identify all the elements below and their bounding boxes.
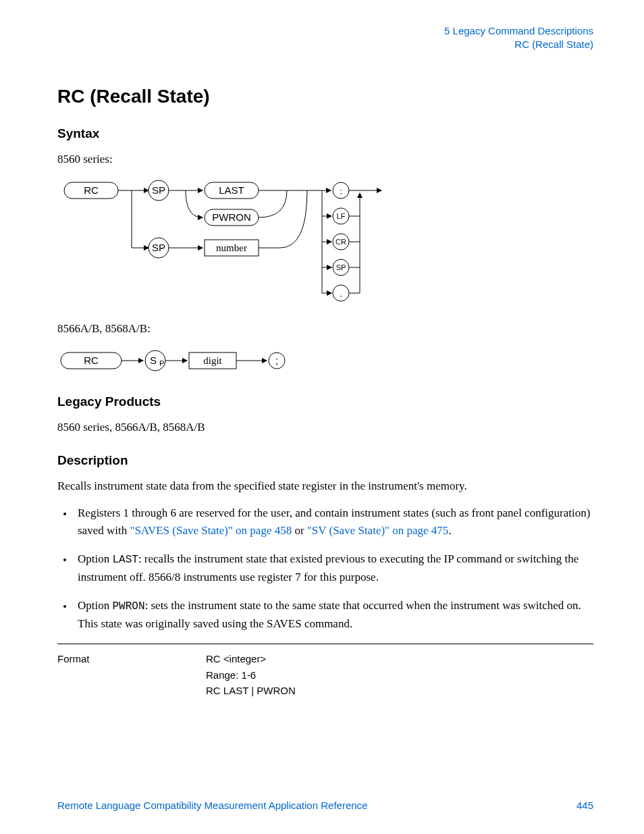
b3-a: Option [78,599,112,612]
format-value: RC <integer> Range: 1-6 RC LAST | PWRON [206,651,593,698]
d2-digit: digit [203,355,222,366]
syntax-diagram-8566: RC S P digit ; [57,347,593,377]
d2-sp: S [150,355,157,366]
d1-comma: , [340,290,342,298]
d2-rc: RC [84,355,99,366]
list-item: Option PWRON: sets the instrument state … [74,597,593,633]
format-row: Format RC <integer> Range: 1-6 RC LAST |… [57,651,593,698]
syntax-diagram-8560: RC SP LAST PWRON SP num [57,177,593,308]
b3-b: : sets the instrument state to the same … [78,599,581,630]
d1-rc: RC [84,184,99,196]
format-label: Format [57,651,206,698]
description-intro: Recalls instrument state data from the s… [57,477,593,495]
page-title: RC (Recall State) [57,86,593,107]
d1-lf: LF [337,212,346,220]
b2-b: : recalls the instrument state that exis… [78,552,579,583]
saves-link[interactable]: "SAVES (Save State)" on page 458 [130,524,292,537]
legacy-heading: Legacy Products [57,394,593,409]
d1-pwron: PWRON [212,211,251,223]
page-footer: Remote Language Compatibility Measuremen… [57,800,593,811]
sv-link[interactable]: "SV (Save State)" on page 475 [307,524,449,537]
b3-code: PWRON [112,600,144,613]
b1-or: or [292,524,307,537]
d1-sp2: SP [152,242,165,253]
series1-label: 8560 series: [57,151,593,168]
page-root: 5 Legacy Command Descriptions RC (Recall… [0,0,644,834]
d1-sp1: SP [152,184,165,196]
d1-cr: CR [336,238,346,246]
header-section: RC (Recall State) [57,38,593,51]
b2-a: Option [78,552,112,565]
description-heading: Description [57,453,593,468]
d1-last: LAST [219,184,244,196]
d1-spterm: SP [336,263,346,271]
b1-end: . [448,524,451,537]
footer-page-number: 445 [576,800,593,811]
description-list: Registers 1 through 6 are reserved for t… [74,504,593,633]
syntax-heading: Syntax [57,126,593,141]
list-item: Option LAST: recalls the instrument stat… [74,550,593,586]
format-line1: RC <integer> [206,651,593,667]
header-chapter: 5 Legacy Command Descriptions [57,24,593,38]
b2-code: LAST [112,554,138,566]
list-item: Registers 1 through 6 are reserved for t… [74,504,593,540]
format-line2: Range: 1-6 [206,667,593,683]
footer-doc-title: Remote Language Compatibility Measuremen… [57,800,367,811]
page-header: 5 Legacy Command Descriptions RC (Recall… [57,24,593,52]
d2-semi: ; [275,355,278,366]
d1-number: number [216,242,247,253]
d1-semi: ; [340,187,342,195]
legacy-text: 8560 series, 8566A/B, 8568A/B [57,419,593,436]
series2-label: 8566A/B, 8568A/B: [57,320,593,338]
divider [57,644,593,644]
format-line3: RC LAST | PWRON [206,683,593,698]
d2-sp-sub: P [159,359,164,367]
